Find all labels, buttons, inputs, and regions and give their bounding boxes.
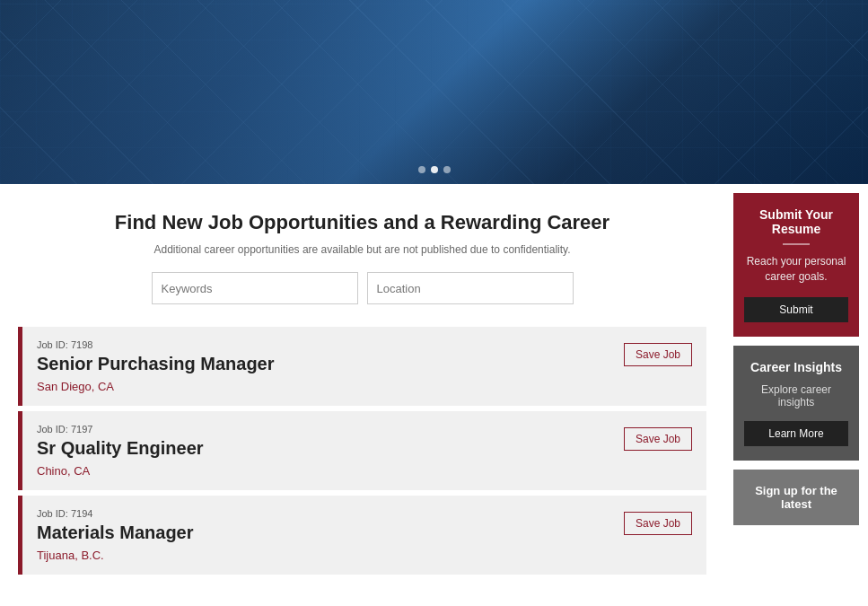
widget-divider [783,243,810,245]
signup-widget: Sign up for the latest [733,470,859,525]
job-list: Job ID: 7198 Senior Purchasing Manager S… [18,327,706,580]
table-row: Job ID: 7194 Materials Manager Tijuana, … [18,496,706,575]
job-location-2: Chino, CA [37,464,204,478]
hero-dot-1[interactable] [418,166,425,173]
insights-widget-text: Explore career insights [744,383,848,408]
save-job-button-3[interactable]: Save Job [624,512,692,535]
main-container: Find New Job Opportunities and a Rewardi… [0,184,868,598]
content-area: Find New Job Opportunities and a Rewardi… [0,184,724,598]
location-input[interactable] [367,272,574,304]
search-subtitle: Additional career opportunities are avai… [18,243,706,256]
save-job-button-2[interactable]: Save Job [624,427,692,451]
job-location-3: Tijuana, B.C. [37,549,194,562]
job-title-2[interactable]: Sr Quality Engineer [37,438,204,459]
keywords-input[interactable] [152,272,358,304]
search-section: Find New Job Opportunities and a Rewardi… [18,211,706,304]
job-title-3[interactable]: Materials Manager [37,523,194,543]
table-row: Job ID: 7198 Senior Purchasing Manager S… [18,327,706,406]
job-location-1: San Diego, CA [37,380,275,393]
job-title-1[interactable]: Senior Purchasing Manager [37,354,275,374]
signup-widget-title: Sign up for the latest [744,484,848,511]
job-info-1: Job ID: 7198 Senior Purchasing Manager S… [37,339,275,393]
hero-dots [418,166,451,173]
hero-dot-3[interactable] [443,166,451,173]
search-inputs [18,272,706,304]
submit-resume-button[interactable]: Submit [744,297,848,322]
job-info-2: Job ID: 7197 Sr Quality Engineer Chino, … [37,424,204,478]
insights-widget-title: Career Insights [744,360,848,374]
sidebar: Submit Your Resume Reach your personal c… [724,184,868,598]
job-id-3: Job ID: 7194 [37,508,194,519]
search-title: Find New Job Opportunities and a Rewardi… [18,211,706,234]
hero-banner [0,0,868,184]
job-id-1: Job ID: 7198 [37,339,275,350]
save-job-button-1[interactable]: Save Job [624,343,692,366]
insights-widget: Career Insights Explore career insights … [733,346,859,461]
table-row: Job ID: 7197 Sr Quality Engineer Chino, … [18,411,706,490]
job-id-2: Job ID: 7197 [37,424,204,435]
hero-dot-2[interactable] [431,166,438,173]
job-info-3: Job ID: 7194 Materials Manager Tijuana, … [37,508,194,562]
resume-widget-text: Reach your personal career goals. [744,254,848,285]
hero-overlay [0,0,868,184]
resume-widget-title: Submit Your Resume [744,207,848,236]
learn-more-button[interactable]: Learn More [744,421,848,446]
resume-widget: Submit Your Resume Reach your personal c… [733,193,859,337]
